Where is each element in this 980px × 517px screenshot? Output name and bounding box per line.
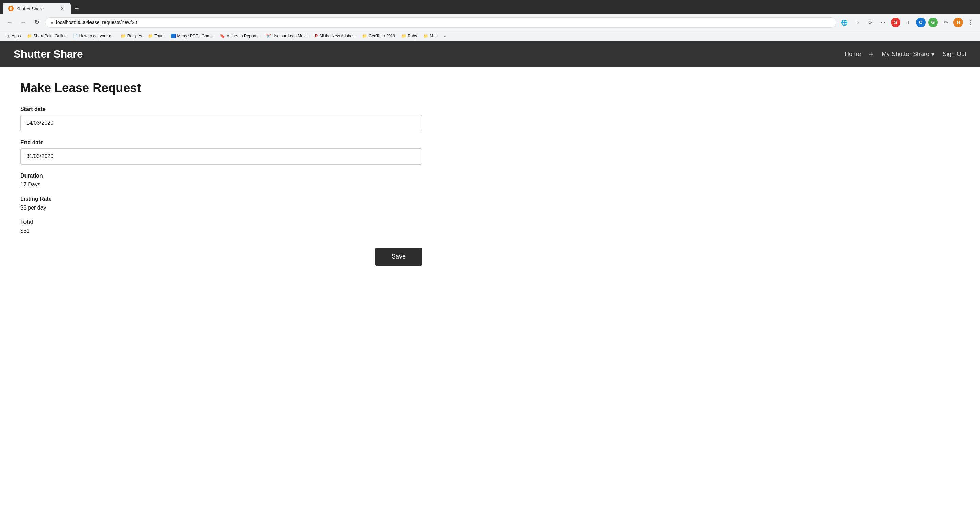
start-date-label: Start date [21, 106, 456, 112]
duration-value: 17 Days [21, 182, 456, 188]
bookmark-tours[interactable]: 📁 Tours [145, 32, 167, 40]
tab-title: Shutter Share [16, 6, 43, 11]
bookmark-howto[interactable]: 📄 How to get your d... [70, 32, 118, 40]
my-shutter-share-dropdown[interactable]: My Shutter Share ▾ [882, 51, 934, 58]
settings-button[interactable]: ⚙ [865, 17, 875, 27]
forward-button[interactable]: → [18, 17, 29, 28]
pdf-icon: 🟦 [171, 34, 176, 38]
folder-icon: 📁 [27, 34, 32, 38]
extension-s-button[interactable]: S [891, 18, 900, 27]
bookmark-misheeta-label: Misheeta Report... [226, 34, 259, 38]
url-text: localhost:3000/lease_requests/new/20 [56, 20, 137, 25]
reload-button[interactable]: ↻ [31, 17, 42, 28]
bookmark-mac-label: Mac [430, 34, 438, 38]
profile-avatar[interactable]: H [953, 18, 963, 27]
nav-bar: ← → ↻ ● localhost:3000/lease_requests/ne… [0, 14, 980, 31]
total-value: $51 [21, 228, 456, 234]
extension-c-button[interactable]: C [916, 18, 926, 27]
duration-group: Duration 17 Days [21, 173, 456, 188]
my-shutter-share-label: My Shutter Share [882, 51, 929, 58]
total-label: Total [21, 219, 456, 225]
bookmark-recipes[interactable]: 📁 Recipes [118, 32, 145, 40]
lock-icon: ● [51, 20, 53, 25]
address-bar[interactable]: ● localhost:3000/lease_requests/new/20 [45, 17, 837, 27]
listing-rate-value: $3 per day [21, 205, 456, 211]
extension-g-button[interactable]: G [928, 18, 938, 27]
bookmark-misheeta[interactable]: 🔖 Misheeta Report... [217, 32, 262, 40]
bookmark-ruby-label: Ruby [408, 34, 417, 38]
bookmark-adobe[interactable]: P All the New Adobe... [312, 32, 359, 40]
app-logo: Shutter Share [14, 48, 83, 60]
more-bookmarks-label: » [444, 34, 446, 38]
listing-rate-label: Listing Rate [21, 196, 456, 202]
active-tab[interactable]: S Shutter Share × [3, 3, 71, 14]
bookmark-sharepoint-label: SharePoint Online [33, 34, 66, 38]
start-date-input[interactable] [21, 115, 422, 131]
doc-icon: 📄 [73, 34, 78, 38]
duration-label: Duration [21, 173, 456, 179]
total-group: Total $51 [21, 219, 456, 234]
folder-icon-2: 📁 [121, 34, 126, 38]
app-header: Shutter Share Home + My Shutter Share ▾ … [0, 41, 980, 67]
bookmark-merge-pdf[interactable]: 🟦 Merge PDF - Com... [168, 32, 216, 40]
download-button[interactable]: ↓ [903, 17, 913, 27]
bookmark-apps-label: Apps [11, 34, 21, 38]
home-nav-link[interactable]: Home [845, 51, 861, 58]
new-item-button[interactable]: + [869, 50, 873, 59]
back-button[interactable]: ← [4, 17, 15, 28]
bookmark-gentech[interactable]: 📁 GenTech 2019 [360, 32, 398, 40]
tab-close-button[interactable]: × [59, 5, 65, 11]
apps-icon: ⊞ [7, 34, 10, 38]
bookmark-sharepoint[interactable]: 📁 SharePoint Online [24, 32, 69, 40]
bookmark-apps[interactable]: ⊞ Apps [4, 32, 24, 40]
folder-icon-5: 📁 [401, 34, 406, 38]
tab-favicon: S [8, 6, 14, 11]
adobe-icon: P [315, 34, 318, 38]
folder-icon-6: 📁 [423, 34, 428, 38]
bookmark-howto-label: How to get your d... [79, 34, 115, 38]
bookmark-button[interactable]: ☆ [852, 17, 862, 27]
sign-out-link[interactable]: Sign Out [943, 51, 966, 58]
save-button[interactable]: Save [375, 247, 422, 266]
page-title: Make Lease Request [21, 81, 456, 95]
bookmarks-bar: ⊞ Apps 📁 SharePoint Online 📄 How to get … [0, 31, 980, 41]
scissors-icon: ✂️ [266, 34, 271, 38]
bookmark-logo-maker-label: Use our Logo Mak... [272, 34, 309, 38]
bookmark-more[interactable]: » [441, 32, 449, 40]
main-content: Make Lease Request Start date End date D… [0, 67, 476, 279]
bookmark-merge-pdf-label: Merge PDF - Com... [177, 34, 214, 38]
end-date-label: End date [21, 140, 456, 146]
bookmark-tours-label: Tours [154, 34, 164, 38]
save-btn-container: Save [21, 247, 422, 266]
bookmark-recipes-label: Recipes [127, 34, 142, 38]
nav-actions: 🌐 ☆ ⚙ ··· S ↓ C G ✏ H ⋮ [839, 17, 976, 27]
edit-button[interactable]: ✏ [940, 17, 951, 27]
end-date-group: End date [21, 140, 456, 165]
app-nav: Home + My Shutter Share ▾ Sign Out [845, 50, 966, 59]
new-tab-button[interactable]: + [72, 3, 82, 14]
more-options-button[interactable]: ··· [878, 17, 888, 27]
browser-chrome: S Shutter Share × + ← → ↻ ● localhost:30… [0, 0, 980, 41]
start-date-group: Start date [21, 106, 456, 131]
end-date-input[interactable] [21, 148, 422, 165]
dropdown-arrow-icon: ▾ [931, 51, 934, 58]
folder-icon-4: 📁 [362, 34, 367, 38]
bookmark-adobe-label: All the New Adobe... [319, 34, 356, 38]
bookmark-logo-maker[interactable]: ✂️ Use our Logo Mak... [263, 32, 312, 40]
tab-bar: S Shutter Share × + [0, 0, 980, 14]
bookmark-icon: 🔖 [220, 34, 225, 38]
bookmark-ruby[interactable]: 📁 Ruby [398, 32, 420, 40]
listing-rate-group: Listing Rate $3 per day [21, 196, 456, 211]
translate-button[interactable]: 🌐 [839, 17, 850, 27]
chrome-menu-button[interactable]: ⋮ [966, 17, 976, 27]
bookmark-gentech-label: GenTech 2019 [369, 34, 395, 38]
bookmark-mac[interactable]: 📁 Mac [421, 32, 440, 40]
folder-icon-3: 📁 [148, 34, 153, 38]
